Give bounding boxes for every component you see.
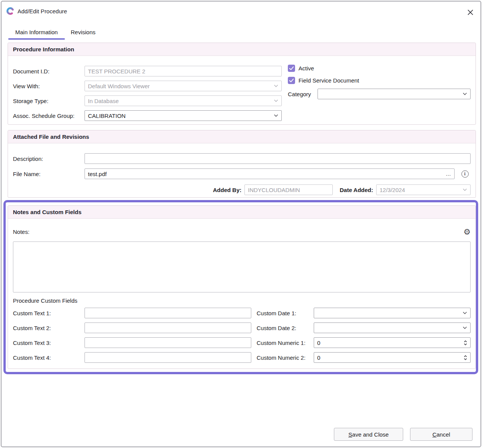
assoc-schedule-group-value: CALIBRATION (88, 113, 271, 119)
save-and-close-button[interactable]: Save and Close (334, 428, 403, 441)
field-service-document-checkbox[interactable]: Field Service Document (288, 76, 471, 85)
custom-numeric-1-spinner[interactable] (314, 337, 471, 348)
document-id-input[interactable] (85, 66, 282, 76)
tab-bar: Main Information Revisions (8, 27, 99, 40)
tab-main-information[interactable]: Main Information (8, 27, 65, 40)
custom-row-4: Custom Text 4: Custom Numeric 2: (13, 352, 471, 363)
assoc-schedule-group-label: Assoc. Schedule Group: (13, 113, 85, 119)
tab-revisions[interactable]: Revisions (68, 27, 99, 40)
view-with-value: Default Windows Viewer (88, 83, 271, 89)
date-added-label: Date Added: (340, 187, 373, 193)
chevron-down-icon (460, 188, 470, 191)
storage-type-select[interactable]: In Database (85, 95, 282, 106)
custom-row-1: Custom Text 1: Custom Date 1: (13, 308, 471, 318)
added-by-input[interactable] (244, 184, 333, 195)
description-input[interactable] (85, 153, 471, 164)
field-service-document-checkbox-label: Field Service Document (298, 77, 359, 84)
file-name-row: File Name: test.pdf … i (13, 168, 471, 179)
assoc-schedule-group-row: Assoc. Schedule Group: CALIBRATION (13, 110, 282, 121)
procedure-information-header: Procedure Information (8, 43, 476, 56)
tab-main-information-label: Main Information (15, 29, 58, 35)
assoc-schedule-group-select[interactable]: CALIBRATION (85, 110, 282, 121)
custom-date-2-label: Custom Date 2: (257, 325, 314, 331)
file-name-value: test.pdf (85, 171, 443, 177)
up-down-icon[interactable] (460, 340, 470, 346)
add-edit-procedure-dialog: Add/Edit Procedure Main Information Revi… (1, 1, 481, 447)
custom-numeric-2-input[interactable] (314, 354, 460, 361)
cancel-button[interactable]: Cancel (410, 428, 472, 441)
custom-date-1-select[interactable] (314, 308, 471, 318)
file-name-field[interactable]: test.pdf … (85, 168, 455, 179)
custom-row-3: Custom Text 3: Custom Numeric 1: (13, 337, 471, 348)
notes-custom-fields-header: Notes and Custom Fields (8, 206, 476, 219)
active-checkbox-label: Active (298, 65, 314, 71)
title-bar: Add/Edit Procedure (2, 2, 480, 22)
view-with-label: View With: (13, 83, 85, 89)
info-icon[interactable]: i (461, 170, 469, 178)
custom-numeric-2-label: Custom Numeric 2: (257, 354, 314, 361)
storage-type-value: In Database (88, 98, 271, 104)
procedure-info-right-column: Active Field Service Document Category (288, 64, 471, 99)
custom-text-2-label: Custom Text 2: (13, 325, 85, 331)
custom-text-1-input[interactable] (85, 308, 251, 318)
info-icon-wrap: i (459, 170, 471, 178)
chevron-down-icon (271, 99, 281, 102)
view-with-row: View With: Default Windows Viewer (13, 81, 282, 91)
date-added-select[interactable]: 12/3/2024 (376, 184, 471, 195)
gear-icon[interactable]: ⚙ (463, 228, 471, 236)
browse-ellipsis-button[interactable]: … (443, 171, 454, 177)
category-select[interactable] (318, 89, 471, 99)
custom-date-2-select[interactable] (314, 322, 471, 333)
added-by-label: Added By: (213, 187, 241, 193)
procedure-custom-fields-heading: Procedure Custom Fields (13, 297, 77, 304)
custom-text-1-label: Custom Text 1: (13, 310, 85, 316)
notes-label: Notes: (13, 229, 29, 235)
attached-file-section: Attached File and Revisions Description:… (8, 130, 476, 198)
description-label: Description: (13, 156, 85, 162)
category-label: Category (288, 91, 318, 97)
chevron-down-icon (271, 114, 281, 117)
date-added-value: 12/3/2024 (380, 187, 460, 193)
added-by-row: Added By: Date Added: 12/3/2024 (13, 184, 471, 195)
document-id-row: Document I.D: (13, 66, 282, 76)
custom-date-1-label: Custom Date 1: (257, 310, 314, 316)
window-title: Add/Edit Procedure (18, 8, 67, 14)
checkbox-checked-icon[interactable] (288, 65, 295, 72)
description-row: Description: (13, 153, 471, 164)
view-with-select[interactable]: Default Windows Viewer (85, 81, 282, 91)
custom-row-2: Custom Text 2: Custom Date 2: (13, 322, 471, 333)
app-logo-icon (6, 7, 14, 15)
chevron-down-icon (271, 84, 281, 87)
storage-type-label: Storage Type: (13, 98, 85, 104)
custom-text-3-input[interactable] (85, 337, 251, 348)
custom-fields-rows: Custom Text 1: Custom Date 1: Custom Tex… (13, 308, 471, 367)
procedure-information-section: Procedure Information Document I.D: View… (8, 43, 476, 125)
storage-type-row: Storage Type: In Database (13, 95, 282, 106)
custom-text-4-label: Custom Text 4: (13, 354, 85, 361)
attached-file-header: Attached File and Revisions (8, 130, 476, 143)
file-name-label: File Name: (13, 171, 85, 177)
tab-revisions-label: Revisions (71, 29, 96, 35)
active-checkbox[interactable]: Active (288, 64, 471, 73)
custom-text-2-input[interactable] (85, 322, 251, 333)
custom-numeric-1-label: Custom Numeric 1: (257, 340, 314, 346)
notes-textarea[interactable] (13, 241, 471, 292)
chevron-down-icon (460, 311, 470, 315)
custom-text-4-input[interactable] (85, 352, 251, 363)
chevron-down-icon (460, 326, 470, 329)
checkbox-checked-icon[interactable] (288, 77, 295, 84)
document-id-label: Document I.D: (13, 68, 85, 75)
notes-label-row: Notes: ⚙ (13, 228, 471, 236)
close-icon[interactable] (466, 8, 474, 16)
custom-numeric-2-spinner[interactable] (314, 352, 471, 363)
procedure-info-left-column: Document I.D: View With: Default Windows… (13, 66, 282, 125)
category-row: Category (288, 89, 471, 99)
notes-custom-fields-section: Notes and Custom Fields Notes: ⚙ Procedu… (8, 205, 476, 369)
up-down-icon[interactable] (460, 355, 470, 361)
custom-numeric-1-input[interactable] (314, 340, 460, 346)
chevron-down-icon (460, 92, 470, 95)
custom-text-3-label: Custom Text 3: (13, 340, 85, 346)
